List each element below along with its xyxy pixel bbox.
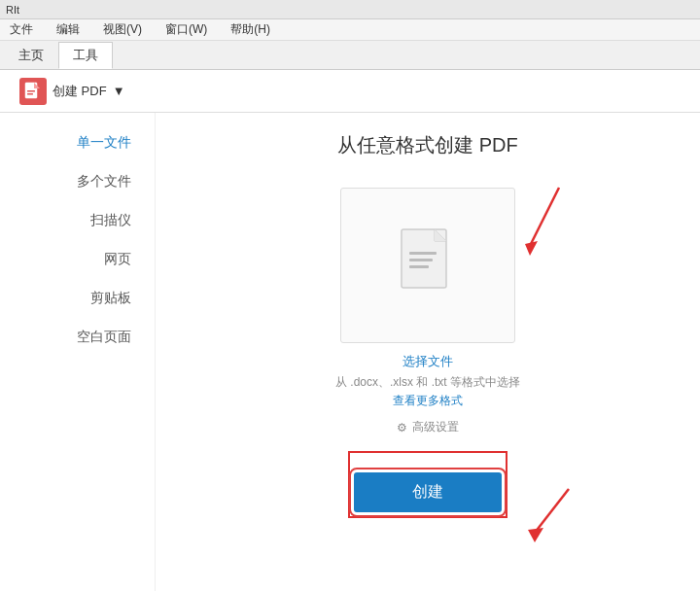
gear-icon: ⚙ — [397, 421, 407, 435]
menu-file[interactable]: 文件 — [4, 19, 39, 40]
sidebar: 单一文件 多个文件 扫描仪 网页 剪贴板 空白页面 — [0, 113, 156, 591]
svg-line-9 — [535, 489, 569, 533]
file-icon — [394, 225, 462, 307]
tabs-bar: 主页 工具 — [0, 41, 700, 70]
arrow-to-create — [501, 479, 588, 547]
sidebar-item-multiple-files[interactable]: 多个文件 — [73, 171, 135, 192]
select-file-link[interactable]: 选择文件 — [402, 353, 453, 370]
svg-rect-7 — [409, 259, 433, 261]
sidebar-item-webpage[interactable]: 网页 — [100, 249, 135, 270]
create-pdf-label: 创建 PDF — [52, 83, 107, 100]
panel-title: 从任意格式创建 PDF — [337, 132, 518, 158]
sidebar-item-clipboard[interactable]: 剪贴板 — [87, 288, 135, 309]
menu-bar: 文件 编辑 视图(V) 窗口(W) 帮助(H) — [0, 19, 700, 41]
menu-view[interactable]: 视图(V) — [97, 19, 148, 40]
format-hint: 从 .docx、.xlsx 和 .txt 等格式中选择 — [335, 374, 520, 391]
svg-marker-10 — [528, 528, 543, 542]
svg-rect-1 — [27, 90, 35, 92]
title-text: RIt — [6, 4, 19, 16]
menu-help[interactable]: 帮助(H) — [225, 19, 276, 40]
create-btn-wrapper: 创建 — [348, 451, 508, 518]
menu-edit[interactable]: 编辑 — [51, 19, 86, 40]
advanced-settings[interactable]: ⚙ 高级设置 — [397, 419, 459, 435]
advanced-settings-label: 高级设置 — [412, 419, 459, 435]
svg-line-3 — [530, 188, 559, 246]
title-bar: RIt — [0, 0, 700, 19]
svg-rect-2 — [27, 93, 33, 95]
right-panel: 从任意格式创建 PDF — [156, 113, 700, 591]
create-button[interactable]: 创建 — [354, 472, 502, 512]
more-formats-link[interactable]: 查看更多格式 — [393, 393, 463, 409]
sidebar-item-scanner[interactable]: 扫描仪 — [87, 210, 135, 231]
svg-rect-6 — [409, 252, 437, 255]
main-content: 单一文件 多个文件 扫描仪 网页 剪贴板 空白页面 从任意格式创建 PDF — [0, 113, 700, 591]
create-pdf-icon — [19, 78, 47, 105]
file-area-wrapper: 选择文件 从 .docx、.xlsx 和 .txt 等格式中选择 查看更多格式 … — [335, 188, 520, 518]
svg-marker-4 — [525, 241, 538, 256]
file-drop-zone[interactable] — [340, 188, 515, 343]
tab-tools[interactable]: 工具 — [58, 42, 113, 69]
create-pdf-arrow: ▼ — [113, 84, 125, 98]
tab-home[interactable]: 主页 — [4, 42, 58, 69]
create-pdf-button[interactable]: 创建 PDF ▼ — [10, 74, 135, 109]
menu-window[interactable]: 窗口(W) — [159, 19, 213, 40]
sidebar-item-blank-page[interactable]: 空白页面 — [73, 327, 135, 348]
sidebar-item-single-file[interactable]: 单一文件 — [73, 132, 135, 154]
toolbar: 创建 PDF ▼ — [0, 70, 700, 113]
svg-rect-8 — [409, 265, 429, 268]
